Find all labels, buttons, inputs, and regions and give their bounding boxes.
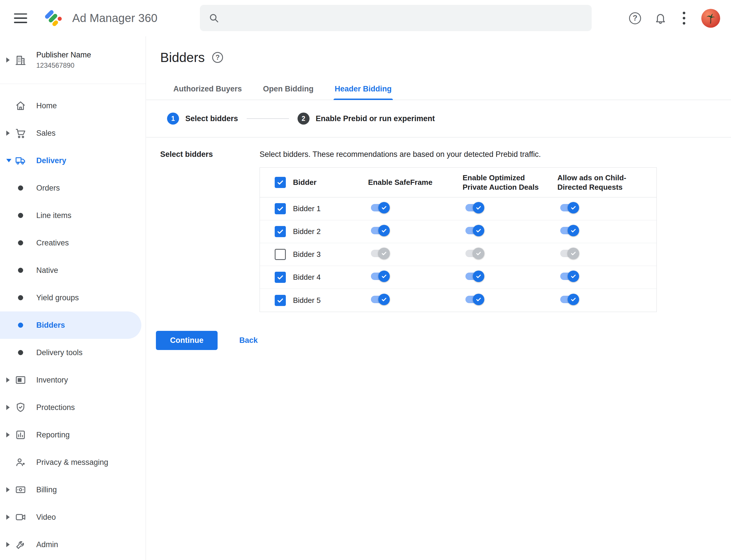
ad-manager-logo [42,7,64,29]
sidebar-item-inventory[interactable]: Inventory [0,366,146,394]
back-button[interactable]: Back [232,332,265,349]
optimized-deals-toggle[interactable] [465,248,484,259]
bidder-name: Bidder 2 [293,227,368,236]
table-row: Bidder 3 [260,243,656,266]
sidebar-item-native[interactable]: Native [0,257,146,284]
page-help-icon[interactable]: ? [212,52,223,63]
truck-icon [13,155,29,166]
optimized-deals-toggle[interactable] [465,271,484,282]
expand-arrow-icon [0,57,13,63]
tab-open-bidding[interactable]: Open Bidding [262,78,315,100]
sidebar-item-orders[interactable]: Orders [0,174,146,202]
safeframe-toggle[interactable] [371,202,390,213]
sidebar-item-reporting[interactable]: Reporting [0,421,146,449]
sidebar-item-protections[interactable]: Protections [0,394,146,421]
expand-arrow-icon [0,515,13,520]
bidder-name: Bidder 4 [293,273,368,282]
admin-icon [13,539,29,550]
menu-icon[interactable] [14,13,27,23]
report-icon [13,429,29,441]
cart-icon [13,127,29,139]
sidebar-item-bidders[interactable]: Bidders [0,311,141,339]
expand-arrow-icon [0,377,13,383]
optimized-deals-toggle[interactable] [465,225,484,236]
sidebar-nav: Home Sales [0,84,146,558]
child-directed-toggle[interactable] [560,294,579,305]
sidebar-item-delivery[interactable]: Delivery [0,147,146,174]
table-row: Bidder 2 [260,220,656,243]
step-1-indicator: 1 [167,113,179,125]
sidebar-item-sales[interactable]: Sales [0,119,146,147]
optimized-deals-toggle[interactable] [465,202,484,213]
search-bar[interactable] [200,5,592,31]
help-icon[interactable]: ? [629,12,641,24]
safeframe-toggle[interactable] [371,271,390,282]
safeframe-toggle[interactable] [371,294,390,305]
column-header-bidder: Bidder [293,178,368,187]
column-header-child-directed: Allow ads on Child-Directed Requests [557,173,656,192]
sidebar-item-video[interactable]: Video [0,503,146,531]
sidebar-item-delivery-tools[interactable]: Delivery tools [0,339,146,366]
search-input[interactable] [226,5,592,31]
sidebar-item-yield-groups[interactable]: Yield groups [0,284,146,311]
search-icon [209,13,219,23]
sidebar-item-privacy-messaging[interactable]: Privacy & messaging [0,449,146,476]
form-section: Select bidders Select bidders. These rec… [146,137,731,312]
child-directed-toggle[interactable] [560,271,579,282]
step-2-label: Enable Prebid or run experiment [316,114,435,123]
row-select-checkbox[interactable] [275,249,286,260]
more-options-icon[interactable] [680,10,688,26]
section-label: Select bidders [160,150,260,159]
bullet-icon [13,323,29,328]
bidder-name: Bidder 3 [293,250,368,259]
home-icon [13,100,29,111]
safeframe-toggle[interactable] [371,225,390,236]
row-select-checkbox[interactable] [275,272,286,283]
safeframe-toggle[interactable] [371,248,390,259]
app-title: Ad Manager 360 [72,12,158,25]
sidebar: Publisher Name 1234567890 Home [0,36,146,560]
optimized-deals-toggle[interactable] [465,294,484,305]
page-title: Bidders [160,50,205,65]
tab-authorized-buyers[interactable]: Authorized Buyers [172,78,243,100]
expand-arrow-icon [0,432,13,437]
publisher-id: 1234567890 [36,61,91,69]
notifications-icon[interactable] [654,12,667,25]
inventory-icon [13,374,29,386]
ad-manager-app: Ad Manager 360 ? [0,0,731,560]
page-header: Bidders ? [146,36,731,65]
form-actions: Continue Back [156,331,731,350]
sidebar-item-line-items[interactable]: Line items [0,202,146,229]
step-1-label: Select bidders [185,114,238,123]
bidders-table: Bidder Enable SafeFrame Enable Optimized… [260,167,657,312]
tab-header-bidding[interactable]: Header Bidding [334,78,393,100]
section-description: Select bidders. These recommendations ar… [260,150,731,159]
continue-button[interactable]: Continue [156,331,218,350]
sidebar-item-billing[interactable]: Billing [0,476,146,503]
select-all-checkbox[interactable] [275,177,286,188]
sidebar-item-home[interactable]: Home [0,92,146,119]
publisher-switcher[interactable]: Publisher Name 1234567890 [0,36,146,84]
expand-arrow-icon [0,487,13,492]
expand-arrow-icon [0,405,13,410]
sidebar-item-admin[interactable]: Admin [0,531,146,558]
shield-icon [13,402,29,413]
row-select-checkbox[interactable] [275,295,286,306]
table-row: Bidder 5 [260,289,656,312]
main-content: Bidders ? Authorized Buyers Open Bidding… [146,36,731,560]
building-icon [13,54,29,66]
column-header-optimized-deals: Enable Optimized Private Auction Deals [462,173,557,192]
collapse-arrow-icon [0,159,13,162]
step-2-indicator: 2 [298,113,310,125]
child-directed-toggle[interactable] [560,202,579,213]
sidebar-item-creatives[interactable]: Creatives [0,229,146,257]
row-select-checkbox[interactable] [275,203,286,214]
child-directed-toggle[interactable] [560,248,579,259]
table-row: Bidder 1 [260,197,656,220]
avatar[interactable] [701,9,720,28]
child-directed-toggle[interactable] [560,225,579,236]
bidder-name: Bidder 1 [293,204,368,213]
bidder-name: Bidder 5 [293,296,368,305]
bullet-icon [13,240,29,245]
row-select-checkbox[interactable] [275,226,286,237]
